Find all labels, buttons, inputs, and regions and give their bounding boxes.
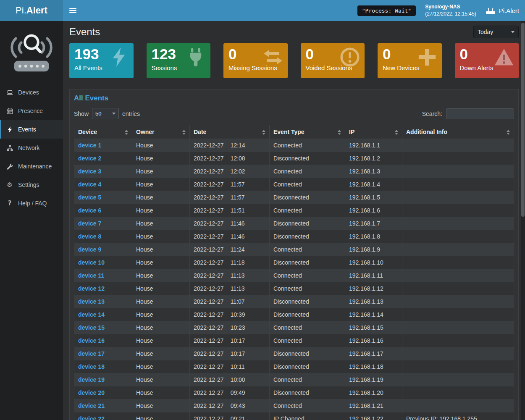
card-missing-sessions[interactable]: 0Missing Sessions — [223, 43, 288, 78]
column-header-owner[interactable]: Owner — [132, 125, 190, 139]
event-type-cell: Disconnected — [270, 191, 345, 204]
date-cell: 2022-12-2711:51 — [190, 204, 270, 217]
period-select-value: Today — [478, 29, 493, 35]
owner-cell: House — [132, 178, 190, 191]
sort-icon — [125, 130, 128, 135]
column-header-additional-info[interactable]: Additional Info — [402, 125, 514, 139]
ip-cell: 192.168.1.18 — [345, 360, 402, 373]
plug-icon — [186, 47, 205, 67]
date-cell: 2022-12-2710:17 — [190, 347, 270, 360]
info-cell: Previous IP: 192.168.1.255 — [402, 412, 514, 420]
event-type-cell: Disconnected — [270, 386, 345, 399]
device-link[interactable]: device 19 — [78, 376, 105, 383]
device-link[interactable]: device 11 — [78, 272, 104, 279]
table-header-row: DeviceOwnerDateEvent TypeIPAdditional In… — [74, 125, 514, 139]
sidebar-item-devices[interactable]: Devices — [0, 83, 63, 102]
device-link[interactable]: device 1 — [78, 142, 101, 149]
scrollbar[interactable] — [521, 21, 525, 420]
info-cell — [402, 139, 514, 152]
entries-label: entries — [122, 110, 140, 117]
sidebar-item-presence[interactable]: Presence — [0, 102, 63, 120]
info-cell — [402, 204, 514, 217]
owner-cell: House — [132, 321, 190, 334]
info-cell — [402, 165, 514, 178]
device-link[interactable]: device 14 — [78, 311, 105, 318]
device-link[interactable]: device 17 — [78, 350, 105, 357]
table-row: device 10House2022-12-2711:18Disconnecte… — [74, 256, 514, 269]
event-type-cell: Connected — [270, 165, 345, 178]
event-type-cell: Connected — [270, 139, 345, 152]
device-link[interactable]: device 3 — [78, 168, 101, 175]
scrollbar-thumb[interactable] — [521, 23, 525, 217]
period-select[interactable]: Today — [473, 26, 519, 38]
column-header-device[interactable]: Device — [74, 125, 132, 139]
page-title: Events — [69, 26, 100, 38]
table-row: device 9House2022-12-2711:24Connected192… — [74, 243, 514, 256]
table-row: device 5House2022-12-2711:57Disconnected… — [74, 191, 514, 204]
device-link[interactable]: device 13 — [78, 298, 105, 305]
owner-cell: House — [132, 269, 190, 282]
column-header-date[interactable]: Date — [190, 125, 270, 139]
device-link[interactable]: device 16 — [78, 337, 105, 344]
page-size-select[interactable]: 50 — [92, 108, 119, 119]
ip-cell: 192.168.1.9 — [345, 243, 402, 256]
date-cell: 2022-12-2710:23 — [190, 321, 270, 334]
device-link[interactable]: device 18 — [78, 363, 105, 370]
column-header-event-type[interactable]: Event Type — [270, 125, 345, 139]
main-content: Events Today 193All Events123Sessions0Mi… — [63, 21, 525, 420]
card-voided-sessions[interactable]: 0Voided Sessions — [301, 43, 365, 78]
info-cell — [402, 334, 514, 347]
chevron-down-icon — [112, 113, 116, 115]
card-down-alerts[interactable]: 0Down Alerts — [455, 43, 519, 78]
main-header: Events Today — [63, 21, 525, 43]
event-type-cell: Connected — [270, 178, 345, 191]
ip-cell: 192.168.1.11 — [345, 269, 402, 282]
event-type-cell: Connected — [270, 282, 345, 295]
card-sessions[interactable]: 123Sessions — [147, 43, 211, 78]
device-link[interactable]: device 9 — [78, 246, 101, 253]
column-label: Device — [78, 129, 97, 135]
laptop-icon — [6, 89, 13, 96]
brand-logo[interactable]: Pi.Alert — [0, 0, 63, 21]
device-link[interactable]: device 21 — [78, 402, 105, 409]
sort-icon — [507, 130, 510, 135]
process-status-badge[interactable]: "Process: Wait" — [357, 5, 416, 16]
hamburger-menu-icon[interactable] — [63, 0, 82, 21]
owner-cell: House — [132, 165, 190, 178]
column-header-ip[interactable]: IP — [345, 125, 402, 139]
event-type-cell: Connected — [270, 243, 345, 256]
device-link[interactable]: device 7 — [78, 220, 101, 227]
topbar-brand-right[interactable]: Pi.Alert — [486, 7, 519, 14]
search-input[interactable] — [446, 108, 514, 119]
date-cell: 2022-12-2710:17 — [190, 334, 270, 347]
sidebar-item-settings[interactable]: ⚙Settings — [0, 176, 63, 194]
ip-cell: 192.168.1.20 — [345, 386, 402, 399]
column-label: Owner — [136, 129, 155, 135]
device-link[interactable]: device 2 — [78, 155, 101, 162]
device-link[interactable]: device 10 — [78, 259, 105, 266]
ip-cell: 192.168.1.17 — [345, 347, 402, 360]
date-cell: 2022-12-2711:46 — [190, 217, 270, 230]
device-link[interactable]: device 6 — [78, 207, 101, 214]
device-link[interactable]: device 15 — [78, 324, 105, 331]
device-link[interactable]: device 12 — [78, 285, 105, 292]
table-row: device 1House2022-12-2712:14Connected192… — [74, 139, 514, 152]
sort-icon — [182, 130, 186, 135]
device-link[interactable]: device 8 — [78, 233, 101, 240]
device-link[interactable]: device 5 — [78, 194, 101, 201]
info-cell — [402, 178, 514, 191]
sidebar-item-help-faq[interactable]: ?Help / FAQ — [0, 194, 63, 213]
bolt-icon — [6, 126, 13, 133]
device-link[interactable]: device 22 — [78, 415, 105, 420]
card-new-devices[interactable]: 0New Devices — [378, 43, 442, 78]
info-cell — [402, 373, 514, 386]
sidebar-item-events[interactable]: Events — [0, 120, 63, 139]
sidebar-item-maintenance[interactable]: Maintenance — [0, 157, 63, 176]
question-icon: ? — [6, 200, 13, 207]
device-link[interactable]: device 4 — [78, 181, 101, 188]
date-cell: 2022-12-2709:49 — [190, 386, 270, 399]
table-row: device 19House2022-12-2710:00Connected19… — [74, 373, 514, 386]
sidebar-item-network[interactable]: Network — [0, 139, 63, 157]
card-all-events[interactable]: 193All Events — [69, 43, 134, 78]
device-link[interactable]: device 20 — [78, 389, 105, 396]
